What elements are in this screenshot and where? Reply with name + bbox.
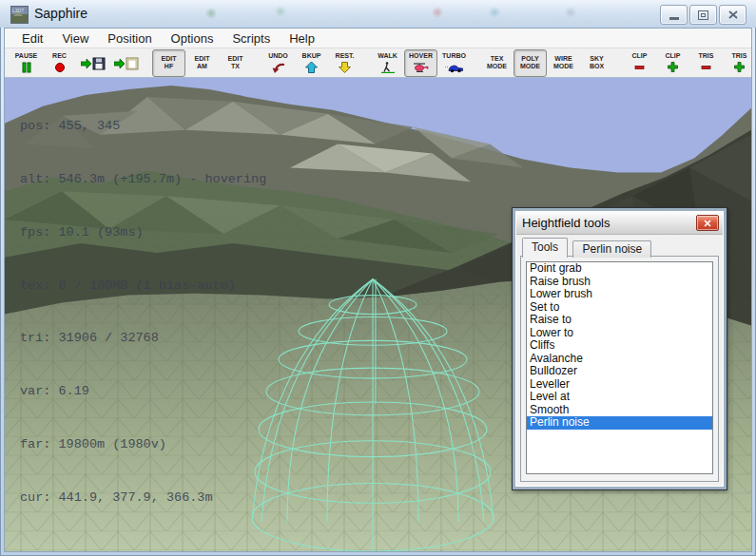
pause-icon — [21, 61, 32, 73]
stat-var: var: 6.19 — [20, 383, 266, 401]
button-label: REC — [52, 52, 67, 60]
button-label: EDIT — [195, 55, 210, 63]
heightfield-tools-dialog: Heightfield tools Tools Perlin noise Po — [512, 207, 727, 490]
toolbar-button-poly-mode[interactable]: POLY MODE — [514, 49, 547, 77]
stat-tri: tri: 31906 / 32768 — [20, 330, 266, 348]
record-icon — [54, 61, 66, 73]
button-label: SKY — [590, 55, 603, 63]
tool-item[interactable]: Smooth — [527, 404, 712, 417]
button-label: MODE — [520, 63, 540, 70]
minimize-button[interactable] — [660, 5, 688, 25]
toolbar-button-bkup[interactable]: BKUP — [295, 49, 328, 77]
svg-text:L3DT: L3DT — [12, 8, 24, 13]
stat-pos: pos: 455, 345 — [20, 118, 266, 136]
button-label: HOVER — [409, 52, 433, 60]
tool-item[interactable]: Cliffs — [527, 339, 712, 353]
button-label: BKUP — [302, 52, 321, 60]
close-button[interactable] — [719, 5, 746, 25]
button-label: WIRE — [554, 55, 572, 63]
tab-panel: Point grab Raise brush Lower brush Set t… — [520, 256, 719, 482]
dialog-title-bar[interactable]: Heightfield tools — [516, 212, 723, 235]
tool-item[interactable]: Level at — [527, 391, 712, 404]
turbo-icon — [445, 61, 464, 73]
tool-item[interactable]: Lower to — [527, 327, 712, 340]
toolbar-button-edit-hf[interactable]: EDIT HF — [152, 49, 185, 77]
toolbar-button-hover[interactable]: HOVER — [404, 49, 437, 77]
toolbar-button-walk[interactable]: WALK — [371, 49, 404, 77]
toolbar-button-clip-minus[interactable]: CLIP — [623, 49, 656, 77]
dialog-title: Heightfield tools — [516, 216, 696, 230]
tool-item[interactable]: Raise brush — [527, 276, 712, 289]
toolbar-button-rest[interactable]: REST. — [328, 49, 361, 77]
window-title: Sapphire — [34, 6, 87, 21]
toolbar-button-edit-am[interactable]: EDIT AM — [185, 49, 219, 77]
sapphire-window: L3DT Sapphire Edit View Position Options… — [0, 0, 756, 556]
tab-strip: Tools Perlin noise — [520, 238, 719, 257]
hover-icon — [413, 61, 430, 73]
toolbar-button-undo[interactable]: UNDO — [262, 49, 295, 77]
toolbar-button-edit-tx[interactable]: EDIT TX — [219, 49, 252, 77]
stat-far: far: 19800m (1980v) — [20, 436, 266, 454]
button-label: MODE — [487, 63, 507, 70]
toolbar-button-clip-plus[interactable]: CLIP — [656, 49, 689, 77]
undo-icon — [272, 61, 285, 73]
dialog-close-button[interactable] — [696, 215, 719, 231]
minimize-icon — [669, 17, 679, 20]
button-label: POLY — [521, 55, 538, 63]
decrease-icon — [634, 61, 645, 73]
tool-item[interactable]: Point grab — [527, 262, 712, 276]
menu-bar: Edit View Position Options Scripts Help — [5, 29, 751, 48]
walk-icon — [381, 61, 395, 73]
tool-item[interactable]: Lower brush — [527, 288, 712, 301]
button-label: HF — [165, 63, 173, 70]
toolbar-button-tris-minus[interactable]: TRIS — [689, 49, 723, 77]
toolbar-button-sky-box[interactable]: SKY BOX — [580, 49, 613, 77]
tool-item[interactable]: Bulldozer — [527, 365, 712, 378]
button-label: TEX — [491, 55, 504, 63]
button-label: EDIT — [162, 55, 177, 63]
button-label: TRIS — [699, 52, 714, 60]
menu-help[interactable]: Help — [280, 29, 324, 48]
stats-overlay: pos: 455, 345 alt: 546.3m (+195.7m) - ho… — [20, 83, 266, 542]
toolbar-button-pause[interactable]: PAUSE — [10, 49, 43, 77]
close-icon — [704, 220, 711, 227]
menu-view[interactable]: View — [52, 29, 98, 48]
toolbar-button-open[interactable] — [109, 49, 143, 77]
toolbar: PAUSE REC — [5, 48, 751, 78]
button-label: TX — [231, 63, 240, 70]
menu-scripts[interactable]: Scripts — [223, 29, 280, 48]
toolbar-button-tris-plus[interactable]: TRIS — [723, 49, 756, 77]
menu-position[interactable]: Position — [98, 29, 161, 48]
tab-tools[interactable]: Tools — [522, 238, 568, 258]
button-label: BOX — [590, 63, 604, 70]
tool-item-selected[interactable]: Perlin noise — [527, 416, 712, 430]
tool-item[interactable]: Set to — [527, 301, 712, 315]
tool-item[interactable]: Raise to — [527, 314, 712, 327]
toolbar-button-save[interactable] — [76, 49, 109, 77]
open-icon — [114, 57, 139, 69]
toolbar-button-wire-mode[interactable]: WIRE MODE — [547, 49, 580, 77]
tool-item[interactable]: Leveller — [527, 378, 712, 392]
button-label: PAUSE — [15, 52, 38, 60]
dialog-content: Tools Perlin noise Point grab Raise brus… — [516, 234, 723, 486]
tab-perlin-noise[interactable]: Perlin noise — [572, 240, 651, 258]
button-label: EDIT — [228, 55, 243, 63]
title-bar[interactable]: L3DT Sapphire — [0, 0, 756, 28]
button-label: TRIS — [732, 52, 747, 60]
button-label: CLIP — [632, 52, 648, 60]
maximize-button[interactable] — [689, 5, 717, 25]
menu-edit[interactable]: Edit — [12, 29, 52, 48]
menu-options[interactable]: Options — [162, 29, 223, 48]
tool-item[interactable]: Avalanche — [527, 353, 712, 366]
button-label: WALK — [378, 52, 397, 60]
save-icon — [81, 57, 106, 69]
toolbar-button-tex-mode[interactable]: TEX MODE — [480, 49, 514, 77]
app-icon: L3DT — [10, 6, 29, 24]
viewport-3d-scene[interactable]: pos: 455, 345 alt: 546.3m (+195.7m) - ho… — [5, 78, 751, 551]
toolbar-button-rec[interactable]: REC — [43, 49, 76, 77]
stat-tex: tex: 0 / 100MB (1 bias-auto) — [20, 278, 266, 296]
tool-listbox[interactable]: Point grab Raise brush Lower brush Set t… — [526, 261, 713, 474]
toolbar-button-turbo[interactable]: TURBO — [437, 49, 471, 77]
button-label: REST. — [336, 52, 355, 60]
decrease-icon — [701, 61, 711, 73]
